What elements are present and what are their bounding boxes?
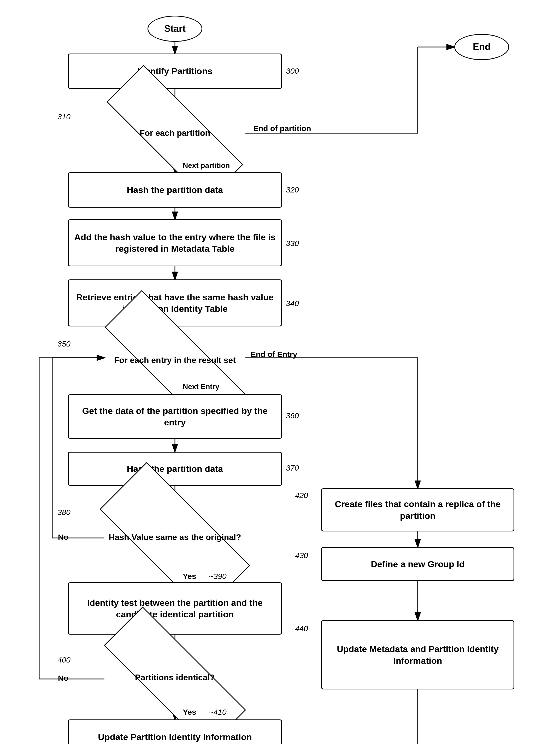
start-label: Start: [164, 23, 186, 34]
for-each-partition-text: For each partition: [137, 125, 213, 141]
ref-360: 360: [286, 411, 299, 420]
create-files-label: Create files that contain a replica of t…: [327, 498, 508, 521]
retrieve-entries-box: Retrieve entries that have the same hash…: [68, 280, 282, 327]
no-hash-label: No: [58, 533, 68, 542]
no-identical-label: No: [58, 674, 68, 683]
for-each-entry-diamond: For each entry in the result set: [102, 334, 248, 386]
for-each-partition-diamond: For each partition: [104, 107, 246, 159]
hash-same-text: Hash Value same as the original?: [106, 529, 244, 546]
partitions-identical-text: Partitions identical?: [133, 670, 218, 686]
add-hash-box: Add the hash value to the entry where th…: [68, 219, 282, 266]
identify-partitions-box: Identify Partitions: [68, 53, 282, 89]
ref-310: 310: [58, 112, 71, 121]
get-data-label: Get the data of the partition specified …: [74, 405, 276, 428]
update-partition-identity-box: Update Partition Identity Information: [68, 719, 282, 744]
ref-420: 420: [295, 491, 308, 500]
flowchart-diagram: Start Identify Partitions 300 For each p…: [0, 0, 560, 744]
end-oval: End: [454, 34, 509, 60]
yes-hash-label: Yes: [183, 572, 196, 581]
next-entry-label: Next Entry: [183, 382, 219, 391]
ref-430: 430: [295, 551, 308, 560]
for-each-entry-text: For each entry in the result set: [111, 352, 238, 369]
hash-partition-2-box: Hash the partition data: [68, 452, 282, 486]
yes-identical-label: Yes: [183, 708, 196, 716]
ref-370: 370: [286, 463, 299, 473]
start-oval: Start: [148, 16, 202, 42]
define-group-id-label: Define a new Group Id: [371, 558, 465, 570]
ref-340: 340: [286, 299, 299, 308]
ref-350: 350: [58, 339, 71, 348]
partitions-identical-diamond: Partitions identical?: [102, 650, 248, 705]
ref-300: 300: [286, 67, 299, 75]
ref-330: 330: [286, 239, 299, 248]
update-metadata-label: Update Metadata and Partition Identity I…: [327, 643, 508, 666]
get-data-box: Get the data of the partition specified …: [68, 394, 282, 439]
update-partition-identity-label: Update Partition Identity Information: [98, 731, 252, 743]
ref-380: 380: [58, 508, 71, 517]
hash-same-diamond: Hash Value same as the original?: [102, 504, 248, 570]
ref-440: 440: [295, 624, 308, 633]
ref-390-label: ~390: [209, 572, 227, 581]
identity-test-box: Identity test between the partition and …: [68, 582, 282, 635]
hash-partition-1-label: Hash the partition data: [127, 184, 223, 196]
hash-partition-1-box: Hash the partition data: [68, 172, 282, 208]
update-metadata-box: Update Metadata and Partition Identity I…: [321, 620, 514, 690]
ref-400: 400: [58, 656, 71, 664]
add-hash-label: Add the hash value to the entry where th…: [74, 231, 276, 254]
end-label: End: [473, 41, 491, 52]
create-files-box: Create files that contain a replica of t…: [321, 488, 514, 531]
identity-test-label: Identity test between the partition and …: [74, 597, 276, 620]
next-partition-label: Next partition: [183, 161, 230, 170]
retrieve-entries-label: Retrieve entries that have the same hash…: [74, 291, 276, 314]
ref-410-label: ~410: [209, 708, 227, 716]
define-group-id-box: Define a new Group Id: [321, 547, 514, 581]
ref-320: 320: [286, 185, 299, 194]
end-of-partition-label: End of partition: [253, 124, 311, 133]
end-of-entry-label: End of Entry: [251, 350, 297, 359]
